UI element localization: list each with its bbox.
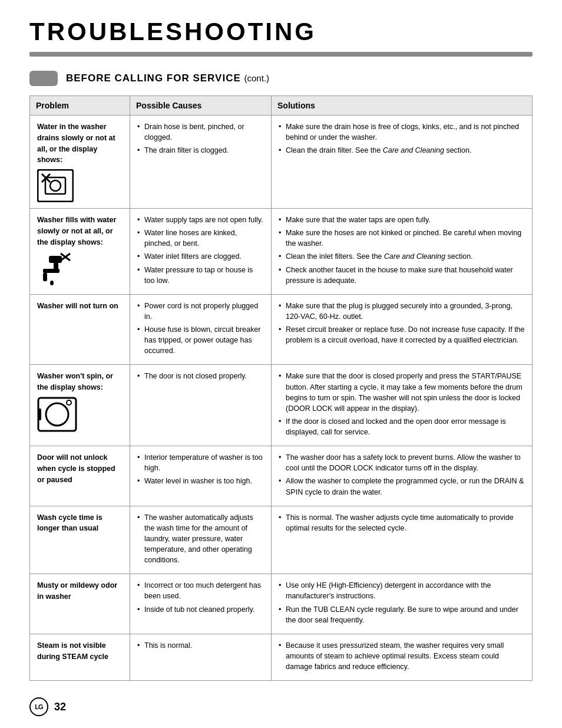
causes-cell: Water supply taps are not open fully. Wa… xyxy=(130,209,272,295)
problem-cell: Washer won't spin, or the display shows: xyxy=(30,365,130,446)
solutions-cell: Use only HE (High-Efficiency) detergent … xyxy=(272,574,533,634)
table-row: Musty or mildewy odor in washer Incorrec… xyxy=(30,574,533,634)
svg-rect-8 xyxy=(43,273,47,281)
footer: LG 32 xyxy=(29,697,533,716)
troubleshooting-table: Problem Possible Causes Solutions Water … xyxy=(29,95,533,681)
solutions-cell: Make sure the drain hose is free of clog… xyxy=(272,116,533,209)
page-number: 32 xyxy=(54,701,66,713)
problem-cell: Musty or mildewy odor in washer xyxy=(30,574,130,634)
section-header: BEFORE CALLING FOR SERVICE (cont.) xyxy=(29,71,533,86)
section-header-title: BEFORE CALLING FOR SERVICE (cont.) xyxy=(66,73,269,84)
solutions-cell: Make sure that the door is closed proper… xyxy=(272,365,533,446)
solutions-cell: This is normal. The washer adjusts cycle… xyxy=(272,506,533,574)
table-row: Steam is not visible during STEAM cycle … xyxy=(30,634,533,680)
solutions-cell: Because it uses pressurized steam, the w… xyxy=(272,634,533,680)
svg-point-13 xyxy=(46,403,68,426)
svg-rect-5 xyxy=(49,256,62,263)
table-row: Washer won't spin, or the display shows:… xyxy=(30,365,533,446)
svg-rect-15 xyxy=(38,409,41,420)
problem-cell: Steam is not visible during STEAM cycle xyxy=(30,634,130,680)
tap-icon xyxy=(37,251,74,286)
causes-cell: Interior temperature of washer is too hi… xyxy=(130,446,272,506)
svg-point-9 xyxy=(50,281,54,285)
causes-cell: Power cord is not properly plugged in. H… xyxy=(130,294,272,365)
table-row: Washer will not turn on Power cord is no… xyxy=(30,294,533,365)
table-row: Door will not unlock when cycle is stopp… xyxy=(30,446,533,506)
causes-cell: Drain hose is bent, pinched, or clogged.… xyxy=(130,116,272,209)
problem-cell: Washer fills with water slowly or not at… xyxy=(30,209,130,295)
svg-point-4 xyxy=(50,180,61,191)
causes-cell: The door is not closed properly. xyxy=(130,365,272,446)
table-row: Wash cycle time is longer than usual The… xyxy=(30,506,533,574)
drain-icon xyxy=(37,169,74,202)
section-header-bar xyxy=(29,71,58,86)
solutions-cell: Make sure that the water taps are open f… xyxy=(272,209,533,295)
problem-cell: Door will not unlock when cycle is stopp… xyxy=(30,446,130,506)
problem-cell: Washer will not turn on xyxy=(30,294,130,365)
problem-cell: Water in the washer drains slowly or not… xyxy=(30,116,130,209)
table-row: Washer fills with water slowly or not at… xyxy=(30,209,533,295)
page-title: TROUBLESHOOTING xyxy=(29,18,533,46)
solutions-cell: The washer door has a safety lock to pre… xyxy=(272,446,533,506)
problem-cell: Wash cycle time is longer than usual xyxy=(30,506,130,574)
causes-cell: Incorrect or too much detergent has been… xyxy=(130,574,272,634)
washer-spin-icon xyxy=(37,397,77,432)
lg-logo: LG xyxy=(29,697,48,716)
solutions-cell: Make sure that the plug is plugged secur… xyxy=(272,294,533,365)
title-bar xyxy=(29,52,533,57)
causes-cell: This is normal. xyxy=(130,634,272,680)
table-row: Water in the washer drains slowly or not… xyxy=(30,116,533,209)
causes-cell: The washer automatically adjusts the was… xyxy=(130,506,272,574)
svg-rect-7 xyxy=(43,269,59,273)
col-solutions: Solutions xyxy=(272,96,533,116)
col-causes: Possible Causes xyxy=(130,96,272,116)
svg-point-14 xyxy=(67,400,71,405)
col-problem: Problem xyxy=(30,96,130,116)
